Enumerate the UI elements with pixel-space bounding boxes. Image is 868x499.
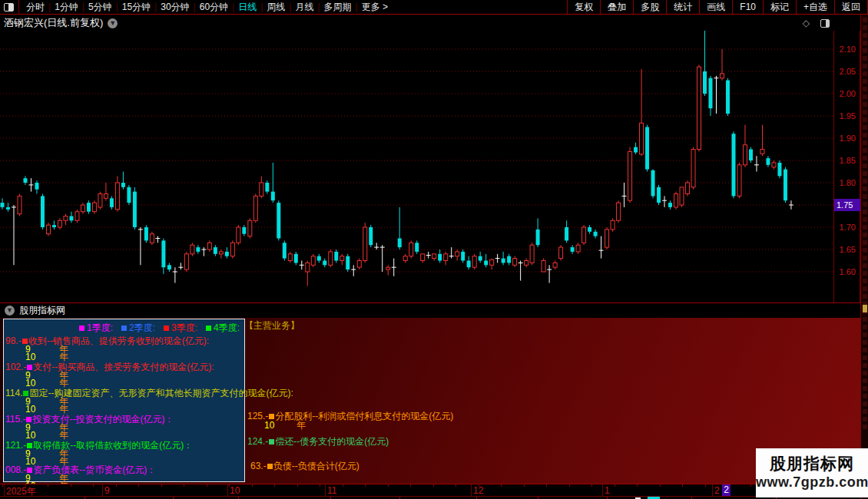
indicator-line: 114.固定--购建固定资产、无形资产和其他长期资产支付的现金(亿元): [5,388,293,398]
legend-label: 4季度: [214,322,240,335]
watermark: 股朋指标网 www.7gpzb.com [756,448,868,497]
timeframe-tab[interactable]: 30分钟 [157,1,193,14]
legend-item: 4季度: [206,322,240,335]
sub-quarter-value: 10 [264,421,274,429]
axis-tick [660,484,661,487]
sub-quarter-value: 10 [25,431,35,439]
price-label: 2.10 [840,45,856,54]
axis-tick [524,484,525,487]
watermark-site-name: 股朋指标网 [756,453,868,474]
legend-item: 1季度: [79,322,113,335]
price-label: 1.90 [840,134,856,143]
axis-tick [93,484,94,487]
legend-label: 1季度: [87,322,113,335]
price-label: 2.05 [840,67,856,76]
axis-tick [252,484,253,487]
sub-quarter-value: 10 [25,405,35,413]
legend-item: 3季度: [164,322,197,335]
timeframe-tab[interactable]: 60分钟 [196,1,232,14]
line-marker-square [267,464,273,469]
date-axis: 2025年9101112122 [0,484,860,495]
axis-tick [116,484,117,487]
bottom-pane-sliver [0,496,860,499]
watermark-url: www.7gpzb.com [756,474,868,491]
axis-tick [274,484,275,487]
title-chevron-down-icon[interactable]: ▼ [108,18,118,28]
line-marker-square [269,414,274,419]
toolbar-action-画线[interactable]: 画线 [699,0,732,15]
sub-year-label: 年 [59,431,68,439]
line-marker-square [27,468,32,473]
axis-tick [546,484,547,487]
legend-swatch [164,326,169,331]
month-separator [102,484,103,496]
axis-tick [410,484,411,487]
sub-quarter-value: 10 [25,379,35,387]
month-label: 1 [605,485,610,496]
timeframe-tab[interactable]: 周线 [263,1,289,14]
sub-year-label: 年 [59,379,68,387]
line-marker-square [27,443,32,448]
indicator-line: 121.-取得借款--取得借款收到的现金(亿元)： [5,441,193,450]
timeframe-tab[interactable]: 多周期 [320,1,356,14]
month-label: 10 [230,485,240,496]
panel-toggle-icon[interactable] [820,19,830,28]
toolbar-action-标记[interactable]: 标记 [763,0,796,15]
timeframe-tab[interactable]: 1分钟 [51,1,82,14]
axis-tick [297,484,298,487]
price-label: 1.95 [840,111,856,121]
timeframe-tab[interactable]: 日线 [234,1,260,14]
indicator-line: 125.-分配股利--利润或偿付利息支付的现金(亿元) [247,411,453,421]
candlestick-chart[interactable]: 2.102.052.001.951.901.851.801.751.701.65… [0,31,860,304]
timeframe-tab[interactable]: 15分钟 [118,1,154,14]
axis-tick [71,484,71,487]
timeframe-tab[interactable]: 5分钟 [84,1,116,14]
line-marker-square [23,391,28,396]
line-marker-square [22,339,28,344]
price-label: 1.60 [840,267,856,276]
window-layout-icon[interactable] [4,3,14,12]
legend-swatch [121,326,127,331]
axis-tick [48,484,48,487]
legend-swatch [79,326,84,331]
timeframe-tab[interactable]: 更多 > [358,1,392,14]
indicator-text-box: 1季度:2季度:3季度:4季度: 98.-收到--销售商品、提供劳务收到的现金(… [3,319,245,482]
timeframe-tab[interactable]: 分时 [22,1,48,14]
month-separator [471,484,472,496]
axis-tick [750,484,751,487]
toolbar-action-统计[interactable]: 统计 [666,0,699,15]
toolbar-action-多股[interactable]: 多股 [633,0,666,15]
axis-tick [365,484,366,487]
legend-label: 3季度: [171,322,197,335]
trading-terminal: 分时|1分钟|5分钟|15分钟|30分钟|60分钟|日线|周线|月线|多周期|更… [0,0,868,499]
axis-tick [343,484,343,487]
axis-tick [184,484,184,487]
toolbar-action-叠加[interactable]: 叠加 [600,0,633,15]
sub-year-label: 年 [297,421,306,429]
pane-chevron-down-icon[interactable]: ▼ [5,306,15,316]
axis-tick [591,484,592,487]
axis-tick [501,484,502,487]
top-toolbar: 分时|1分钟|5分钟|15分钟|30分钟|60分钟|日线|周线|月线|多周期|更… [0,0,868,15]
line-marker-square [27,365,32,370]
axis-tick [388,484,389,487]
toolbar-action-+自选[interactable]: +自选 [796,0,834,15]
month-label: 11 [327,485,336,496]
month-label: 2 [714,485,720,496]
month-label: 9 [104,485,110,496]
axis-tick [161,484,162,487]
toolbar-action-F10[interactable]: F10 [732,0,763,15]
indicator-line: 98.-收到--销售商品、提供劳务收到的现金(亿元): [5,336,209,345]
timeframe-tab[interactable]: 月线 [291,1,317,14]
price-label: 1.65 [840,245,856,254]
toolbar-action-返回[interactable]: 返回 [834,0,868,15]
toolbar-divider [18,0,19,15]
right-strip-text-pattern [863,18,867,432]
diamond-icon[interactable]: ◇ [803,18,810,28]
toolbar-action-复权[interactable]: 复权 [567,0,600,15]
right-sidebar-strip[interactable] [860,15,868,499]
legend-item: 2季度: [121,322,155,335]
toolbar-actions: 复权叠加多股统计画线F10标记+自选返回 [567,0,868,14]
price-label: 1.85 [840,156,856,165]
axis-tick [433,484,434,487]
